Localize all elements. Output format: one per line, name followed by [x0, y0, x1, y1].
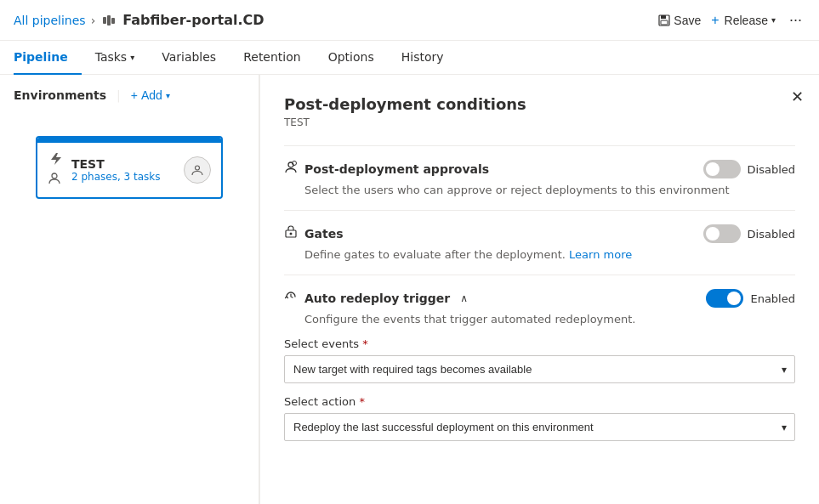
tab-history[interactable]: History	[388, 41, 458, 75]
plus-add-icon: +	[131, 88, 138, 102]
auto-redeploy-toggle[interactable]	[706, 289, 743, 308]
approvals-title: Post-deployment approvals	[304, 162, 489, 176]
approvals-toggle-group: Disabled	[703, 160, 795, 178]
select-action-wrapper: Redeploy the last successful deployment …	[284, 413, 795, 441]
pipeline-icon	[100, 12, 117, 29]
divider: |	[117, 88, 121, 102]
select-events-label: Select events *	[284, 337, 795, 350]
toolbar-right: Save + Release ▾ ···	[658, 11, 805, 29]
gates-toggle-group: Disabled	[703, 224, 795, 243]
tab-variables[interactable]: Variables	[148, 41, 230, 75]
environments-header: Environments | + Add ▾	[14, 88, 245, 102]
auto-redeploy-title: Auto redeploy trigger	[304, 292, 450, 305]
select-action-input[interactable]: Redeploy the last successful deployment …	[284, 413, 795, 441]
add-environment-button[interactable]: + Add ▾	[131, 88, 170, 102]
svg-point-7	[196, 166, 200, 170]
panel-subtitle: TEST	[284, 116, 795, 128]
approvals-header: Post-deployment approvals Disabled	[284, 160, 795, 178]
svg-rect-1	[107, 15, 111, 25]
tab-options[interactable]: Options	[315, 41, 388, 75]
auto-redeploy-header-left: Auto redeploy trigger ∧	[284, 290, 468, 307]
auto-redeploy-description: Configure the events that trigger automa…	[304, 313, 795, 326]
approvals-toggle[interactable]	[703, 160, 741, 178]
auto-redeploy-header: Auto redeploy trigger ∧ Enabled	[284, 289, 795, 308]
stage-meta: 2 phases, 3 tasks	[71, 171, 175, 183]
environments-label: Environments	[14, 88, 106, 102]
select-action-field: Select action * Redeploy the last succes…	[284, 395, 795, 441]
gates-header: Gates Disabled	[284, 224, 795, 243]
close-panel-button[interactable]: ✕	[785, 85, 809, 109]
panel-title: Post-deployment conditions	[284, 95, 795, 113]
plus-icon: +	[711, 13, 719, 28]
auto-redeploy-section: Auto redeploy trigger ∧ Enabled Configur…	[284, 275, 795, 455]
breadcrumb-all-pipelines[interactable]: All pipelines	[14, 14, 86, 27]
add-chevron-icon: ▾	[166, 91, 170, 100]
auto-redeploy-icon	[284, 290, 298, 307]
pipeline-title: Fabfiber-portal.CD	[122, 12, 264, 28]
gates-description: Define gates to evaluate after the deplo…	[304, 248, 795, 261]
release-button[interactable]: + Release ▾	[711, 13, 776, 28]
svg-rect-5	[661, 20, 668, 25]
right-panel: ✕ Post-deployment conditions TEST Post-d…	[259, 75, 819, 504]
svg-rect-2	[111, 18, 115, 24]
release-chevron-icon: ▾	[771, 15, 776, 25]
gates-header-left: Gates	[284, 225, 343, 242]
svg-rect-4	[661, 15, 666, 19]
stage-card-test[interactable]: TEST 2 phases, 3 tasks	[36, 136, 223, 199]
required-marker-2: *	[359, 395, 365, 408]
svg-rect-0	[103, 17, 106, 24]
approvals-toggle-label: Disabled	[748, 163, 795, 176]
tasks-chevron-icon: ▾	[130, 53, 134, 62]
auto-redeploy-toggle-group: Enabled	[706, 289, 795, 308]
save-icon	[658, 14, 670, 26]
gates-toggle-label: Disabled	[748, 228, 795, 241]
auto-redeploy-expand-icon: ∧	[460, 292, 468, 304]
required-marker: *	[362, 337, 368, 350]
save-button[interactable]: Save	[658, 14, 701, 27]
select-events-field: Select events * New target with required…	[284, 337, 795, 383]
left-panel: Environments | + Add ▾	[0, 75, 259, 504]
svg-point-6	[52, 173, 57, 178]
tab-tasks[interactable]: Tasks ▾	[82, 41, 149, 75]
approvals-header-left: Post-deployment approvals	[284, 161, 489, 178]
pipeline-stage-area: TEST 2 phases, 3 tasks	[14, 136, 245, 199]
approvals-description: Select the users who can approve or reje…	[304, 184, 795, 196]
nav-tabs: Pipeline Tasks ▾ Variables Retention Opt…	[0, 41, 819, 75]
person-icon	[48, 172, 63, 189]
gates-toggle[interactable]	[703, 224, 741, 243]
gates-section: Gates Disabled Define gates to evaluate …	[284, 210, 795, 275]
select-events-input[interactable]: New target with required tags becomes av…	[284, 355, 795, 383]
gates-title: Gates	[304, 227, 343, 241]
select-events-wrapper: New target with required tags becomes av…	[284, 355, 795, 383]
stage-icons	[48, 151, 63, 189]
select-action-label: Select action *	[284, 395, 795, 408]
breadcrumb-separator: ›	[91, 14, 96, 27]
lightning-icon	[48, 151, 63, 170]
svg-point-11	[290, 233, 293, 235]
stage-name: TEST	[71, 157, 175, 171]
stage-info: TEST 2 phases, 3 tasks	[71, 157, 175, 183]
more-options-button[interactable]: ···	[786, 11, 805, 29]
gates-learn-more-link[interactable]: Learn more	[569, 248, 632, 261]
gates-icon	[284, 225, 298, 242]
tab-pipeline[interactable]: Pipeline	[14, 41, 82, 75]
stage-avatar-button[interactable]	[184, 156, 211, 184]
main-content: Environments | + Add ▾	[0, 75, 819, 504]
stage-card-body: TEST 2 phases, 3 tasks	[37, 143, 221, 197]
top-bar: All pipelines › Fabfiber-portal.CD Save …	[0, 0, 819, 41]
auto-redeploy-toggle-label: Enabled	[750, 292, 795, 305]
approvals-icon	[284, 161, 298, 178]
tab-retention[interactable]: Retention	[230, 41, 315, 75]
breadcrumb-area: All pipelines › Fabfiber-portal.CD	[14, 12, 264, 29]
approvals-section: Post-deployment approvals Disabled Selec…	[284, 145, 795, 210]
